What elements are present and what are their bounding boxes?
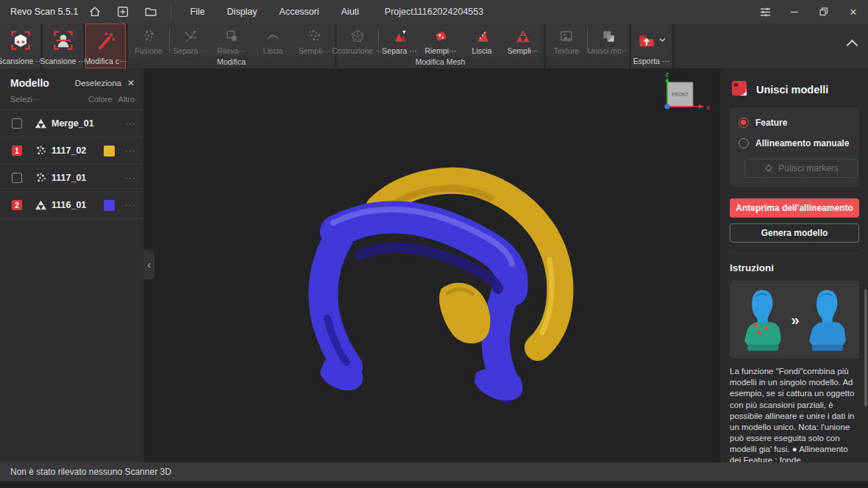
texture-group-label — [546, 57, 629, 68]
menu-display[interactable]: Display — [216, 0, 268, 24]
fusione-icon — [140, 27, 157, 45]
table-row-merge-01[interactable]: Merge_01 ··· — [0, 110, 143, 137]
model-panel: Modello Deseleziona ✕ Selezi··· Colore A… — [0, 68, 143, 462]
statusbar: Non è stato rilevato nessuno Scanner 3D — [0, 462, 868, 481]
eraser-icon — [764, 162, 773, 174]
scan-bust-label: Scansione ··· — [40, 57, 85, 65]
fusione-button[interactable]: Fusione — [128, 26, 169, 55]
scan-cube-label: Scansione ··· — [0, 57, 43, 65]
liscia-points-button[interactable]: Liscia — [252, 26, 294, 55]
feature-radio-row[interactable]: Feature — [739, 118, 850, 128]
manual-radio-label: Allineamento manuale — [755, 138, 849, 148]
row-more-button[interactable]: ··· — [125, 200, 136, 210]
status-message: Non è stato rilevato nessuno Scanner 3D — [10, 467, 171, 477]
select-column-label[interactable]: Selezi··· — [10, 95, 40, 104]
orientation-gizmo[interactable]: FRONT Z X — [653, 73, 711, 118]
merge-panel: Unisci modelli Feature Allineamento manu… — [721, 68, 868, 462]
menu-accessori[interactable]: Accessori — [268, 0, 330, 24]
riempi-icon — [433, 27, 449, 45]
texture-group: Texture Unisci mo··· — [546, 24, 629, 68]
unisci-modelli-button[interactable]: Unisci mo··· — [588, 26, 629, 55]
model-panel-title: Modello — [10, 77, 75, 89]
separa-points-button[interactable]: Separa ··· — [170, 26, 211, 55]
left-panel-collapse-handle[interactable]: ‹ — [143, 250, 154, 279]
toolbar: Scansione ··· Scansione ··· Modifica c··… — [0, 24, 868, 68]
semplifica-mesh-icon — [515, 27, 531, 45]
restore-button[interactable] — [809, 0, 839, 24]
menu-aiuti[interactable]: Aiuti — [330, 0, 370, 24]
close-icon[interactable]: ✕ — [127, 78, 135, 88]
gizmo-z-label: Z — [666, 73, 669, 78]
alignment-options-card: Feature Allineamento manuale Pulisci mar… — [730, 107, 859, 187]
color-swatch-blue[interactable] — [104, 200, 115, 211]
settings-sliders-icon[interactable] — [750, 0, 780, 24]
gizmo-front-label: FRONT — [672, 92, 688, 97]
liscia-mesh-button[interactable]: Liscia — [461, 26, 502, 55]
esporta-tool[interactable]: Esporta ··· — [631, 24, 672, 68]
table-row-1116-01[interactable]: 2 1116_01 ··· — [0, 192, 143, 219]
cube-scan-icon — [10, 24, 32, 57]
row-checkbox[interactable] — [12, 118, 22, 129]
main-area: Modello Deseleziona ✕ Selezi··· Colore A… — [0, 68, 868, 462]
modifica-group-label: Modifica — [128, 57, 335, 68]
riempi-button[interactable]: Riempi··· — [420, 26, 461, 55]
app-title: Revo Scan 5.5.1 — [10, 7, 78, 17]
row-more-button[interactable]: ··· — [125, 173, 136, 183]
color-column-label[interactable]: Colore — [88, 95, 112, 104]
modifica-cloud-tool[interactable]: Modifica c··· — [85, 24, 126, 68]
generate-model-button[interactable]: Genera modello — [730, 223, 859, 243]
toolbar-collapse-icon[interactable] — [847, 40, 858, 46]
manual-radio-row[interactable]: Allineamento manuale — [739, 138, 850, 148]
selection-order-badge[interactable]: 1 — [12, 146, 22, 156]
home-icon[interactable] — [84, 3, 106, 21]
deselect-all-button[interactable]: Deseleziona — [75, 79, 121, 87]
titlebar: Revo Scan 5.5.1 File Display Accessori A… — [0, 0, 868, 24]
modifica-mesh-group: Costruzione ··· Separa ··· Riempi··· Lis — [337, 24, 544, 68]
bust-scan-icon — [52, 24, 74, 57]
manual-radio[interactable] — [739, 138, 749, 148]
selection-order-badge[interactable]: 2 — [12, 200, 22, 210]
semplifica-points-button[interactable]: Sempli··· — [294, 26, 335, 55]
row-checkbox[interactable] — [12, 173, 22, 183]
row-more-button[interactable]: ··· — [125, 118, 136, 129]
costruzione-button[interactable]: Costruzione ··· — [337, 26, 378, 55]
table-row-1117-02[interactable]: 1 1117_02 ··· — [0, 137, 143, 165]
scan-cube-tool[interactable]: Scansione ··· — [0, 24, 40, 68]
merge-panel-title: Unisci modelli — [756, 84, 828, 96]
separa-mesh-button[interactable]: Separa ··· — [379, 26, 420, 55]
mesh-icon — [34, 118, 47, 129]
instructions-image: » — [730, 281, 859, 359]
gizmo-x-label: X — [706, 104, 711, 111]
semplifica-mesh-button[interactable]: Sempli··· — [502, 26, 544, 55]
minimize-button[interactable] — [780, 0, 809, 24]
liscia-points-icon — [265, 27, 281, 45]
model-name: Merge_01 — [51, 118, 125, 129]
open-folder-icon[interactable] — [140, 3, 162, 21]
pointcloud-icon — [34, 172, 47, 184]
model-name: 1117_02 — [51, 146, 104, 156]
row-more-button[interactable]: ··· — [125, 146, 136, 156]
bust-partial-illustration — [741, 286, 783, 354]
preview-alignment-button[interactable]: Anteprima dell'allineamento — [730, 198, 859, 218]
scrollbar-thumb[interactable] — [864, 289, 867, 406]
clean-markers-button[interactable]: Pulisci markers — [744, 159, 858, 178]
panel-divider — [730, 253, 859, 254]
new-project-icon[interactable] — [112, 3, 134, 21]
close-button[interactable]: ✕ — [839, 0, 868, 24]
toolbar-spacer — [674, 24, 868, 68]
menu-file[interactable]: File — [179, 0, 216, 24]
scan-bust-tool[interactable]: Scansione ··· — [43, 24, 83, 68]
separa-mesh-icon — [391, 27, 408, 45]
clean-markers-label: Pulisci markers — [778, 163, 838, 173]
color-swatch-yellow[interactable] — [104, 146, 115, 157]
feature-radio-label: Feature — [755, 118, 787, 128]
viewport-3d[interactable]: ‹ FRONT Z X — [143, 68, 721, 462]
chevron-down-icon — [659, 37, 666, 43]
rileva-button[interactable]: Rileva··· — [211, 26, 252, 55]
titlebar-divider — [171, 6, 171, 18]
other-column-label[interactable]: Altro — [118, 95, 135, 104]
feature-radio[interactable] — [739, 118, 749, 128]
table-row-1117-01[interactable]: 1117_01 ··· — [0, 165, 143, 192]
rileva-icon — [224, 27, 240, 45]
texture-button[interactable]: Texture — [546, 26, 587, 55]
